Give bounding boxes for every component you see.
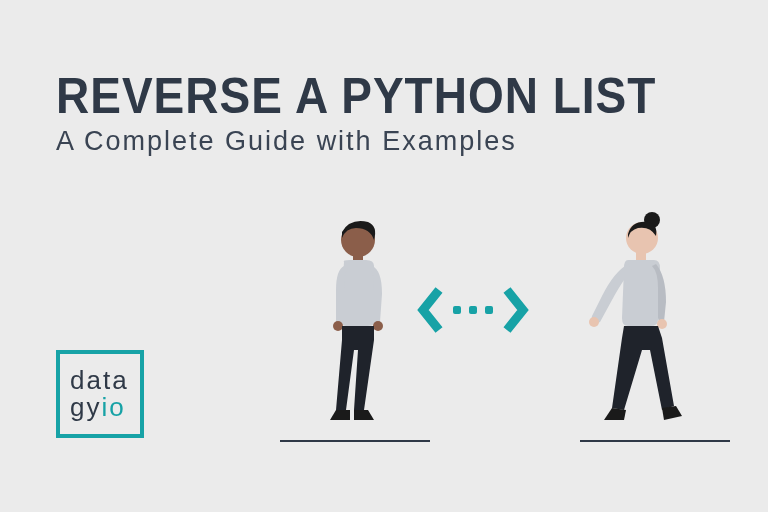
svg-point-3 bbox=[373, 321, 383, 331]
dots-icon bbox=[453, 306, 493, 314]
brand-logo: data gyio bbox=[56, 350, 144, 438]
chevron-right-icon bbox=[503, 286, 531, 334]
exchange-icon bbox=[415, 286, 531, 334]
chevron-left-icon bbox=[415, 286, 443, 334]
logo-line1: data bbox=[70, 367, 140, 394]
page-subtitle: A Complete Guide with Examples bbox=[56, 126, 517, 157]
person-right-icon bbox=[570, 210, 700, 440]
person-left-icon bbox=[300, 210, 410, 440]
svg-rect-6 bbox=[636, 252, 646, 260]
svg-point-7 bbox=[589, 317, 599, 327]
ground-line-right bbox=[580, 440, 730, 442]
svg-point-2 bbox=[333, 321, 343, 331]
hero-illustration bbox=[260, 200, 720, 460]
ground-line-left bbox=[280, 440, 430, 442]
page-title: REVERSE A PYTHON LIST bbox=[56, 65, 656, 124]
logo-line2: gyio bbox=[70, 394, 140, 421]
